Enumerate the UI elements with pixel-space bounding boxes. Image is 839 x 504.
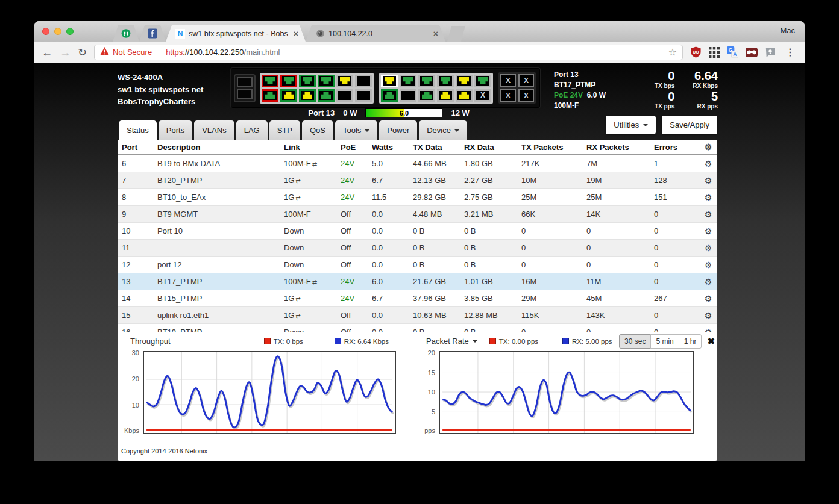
port-16[interactable] <box>400 89 416 102</box>
tab-close-icon[interactable]: × <box>292 29 300 39</box>
tab-stp[interactable]: STP <box>269 120 300 140</box>
bookmark-star-icon[interactable]: ☆ <box>668 46 677 58</box>
chrome-menu-icon[interactable]: ⋮ <box>783 46 797 58</box>
table-settings-gear-icon[interactable]: ⚙ <box>699 142 717 152</box>
port-aux-top[interactable] <box>237 77 253 87</box>
translate-extension-icon[interactable]: GA <box>727 46 738 58</box>
row-settings-gear-icon[interactable]: ⚙ <box>699 294 717 303</box>
back-icon[interactable]: ← <box>42 47 52 58</box>
tab-qos[interactable]: QoS <box>302 120 333 140</box>
poe-watts: 6.0 W <box>587 91 606 99</box>
port-sfp-2[interactable]: X <box>518 74 534 87</box>
port-23[interactable] <box>474 75 491 87</box>
port-8[interactable] <box>318 89 335 102</box>
table-row-port-8[interactable]: 8BT10_to_EAx1G⇄24V11.529.82 GB2.75 GB25M… <box>118 189 717 206</box>
pinned-tab-facebook[interactable] <box>139 25 166 42</box>
port-7[interactable] <box>318 75 335 87</box>
browser-tab-secondary[interactable]: 100.104.22.0 × <box>306 25 445 42</box>
apps-grid-icon[interactable] <box>709 47 720 58</box>
row-settings-gear-icon[interactable]: ⚙ <box>699 277 717 287</box>
table-row-port-13[interactable]: 13BT17_PTMP100M-F⇄24V6.021.67 GB1.01 GB1… <box>118 273 717 290</box>
tab-tools[interactable]: Tools <box>335 120 377 140</box>
new-tab-button[interactable] <box>447 26 465 42</box>
chart-close-icon[interactable]: ✖ <box>707 336 715 347</box>
table-row-port-10[interactable]: 10Port 10DownOff0.00 B0 B000⚙ <box>118 223 717 240</box>
port-19[interactable] <box>437 75 454 87</box>
cell-errors: 0 <box>654 328 699 332</box>
port-4[interactable] <box>280 89 297 102</box>
tab-vlans[interactable]: VLANs <box>194 120 234 140</box>
row-settings-gear-icon[interactable]: ⚙ <box>699 243 717 253</box>
port-13[interactable] <box>381 75 398 87</box>
address-bar[interactable]: Not Secure https://100.104.22.250/main.h… <box>94 45 683 60</box>
port-20[interactable] <box>437 89 454 102</box>
row-settings-gear-icon[interactable]: ⚙ <box>699 260 717 270</box>
reload-icon[interactable]: ↻ <box>78 47 87 58</box>
range-button-1-hr[interactable]: 1 hr <box>679 334 702 349</box>
tab-power[interactable]: Power <box>379 120 417 140</box>
tab-ports[interactable]: Ports <box>159 120 192 140</box>
save-apply-button[interactable]: Save/Apply <box>662 116 717 134</box>
port-2[interactable] <box>262 89 278 102</box>
port-22-connector <box>459 92 469 99</box>
port-6[interactable] <box>299 89 316 102</box>
port-14[interactable] <box>381 89 398 102</box>
port-1[interactable] <box>262 75 278 87</box>
url-divider <box>159 48 159 57</box>
tab-status[interactable]: Status <box>119 120 157 140</box>
port-15[interactable] <box>400 75 416 87</box>
cell-tx-data: 12.13 GB <box>413 176 464 185</box>
minimize-window-button[interactable] <box>54 28 61 35</box>
ublock-extension-icon[interactable]: UO <box>690 46 702 58</box>
row-settings-gear-icon[interactable]: ⚙ <box>699 226 717 236</box>
zoom-window-button[interactable] <box>66 28 74 35</box>
row-settings-gear-icon[interactable]: ⚙ <box>699 311 717 320</box>
range-button-5-min[interactable]: 5 min <box>650 334 679 349</box>
port-21[interactable] <box>456 75 473 87</box>
port-18[interactable] <box>418 89 435 102</box>
close-window-button[interactable] <box>42 28 49 35</box>
tab-device[interactable]: Device <box>419 120 467 140</box>
port-5[interactable] <box>299 75 316 87</box>
port-16-connector <box>403 92 413 99</box>
row-settings-gear-icon[interactable]: ⚙ <box>699 176 717 185</box>
port-9[interactable] <box>336 75 353 87</box>
port-24[interactable]: X <box>474 89 491 102</box>
port-10[interactable] <box>336 89 353 102</box>
range-button-30-sec[interactable]: 30 sec <box>619 334 651 349</box>
port-22[interactable] <box>456 89 473 102</box>
port-3[interactable] <box>280 75 297 87</box>
y-tick-label: 5 <box>432 408 435 415</box>
port-12[interactable] <box>355 89 372 102</box>
port-17[interactable] <box>418 75 435 87</box>
table-row-port-11[interactable]: 11DownOff0.00 B0 B000⚙ <box>118 240 717 257</box>
tab-lag[interactable]: LAG <box>236 120 268 140</box>
table-row-port-15[interactable]: 15uplink ro1.eth11G⇄Off0.010.63 MB12.88 … <box>118 307 717 324</box>
table-row-port-7[interactable]: 7BT20_PTMP1G⇄24V6.712.13 GB2.27 GB10M19M… <box>118 172 717 189</box>
forward-icon[interactable]: → <box>60 47 71 58</box>
row-settings-gear-icon[interactable]: ⚙ <box>699 193 717 202</box>
row-settings-gear-icon[interactable]: ⚙ <box>699 159 717 169</box>
row-settings-gear-icon[interactable]: ⚙ <box>699 328 717 333</box>
packet-rate-title[interactable]: Packet Rate <box>426 337 477 346</box>
row-settings-gear-icon[interactable]: ⚙ <box>699 210 717 219</box>
pinned-tab-hangouts[interactable] <box>113 25 139 42</box>
cell-rx-packets: 25M <box>586 193 654 202</box>
table-row-port-9[interactable]: 9BT9 MGMT100M-FOff0.04.48 MB3.21 MB66K14… <box>118 206 717 223</box>
table-row-port-6[interactable]: 6BT9 to BMx DATA100M-F⇄24V5.044.66 MB1.8… <box>118 155 717 172</box>
legend-tx: TX: 0 bps <box>264 338 303 345</box>
table-row-port-12[interactable]: 12port 12DownOff0.00 B0 B000⚙ <box>118 257 717 273</box>
port-sfp-3[interactable]: X <box>500 89 516 102</box>
table-row-port-16[interactable]: 16BT19_PTMPDownOff0.00 B0 B000⚙ <box>118 324 717 332</box>
port-sfp-1[interactable]: X <box>500 74 516 87</box>
port-11[interactable] <box>355 75 372 87</box>
port-aux-bottom[interactable] <box>237 89 253 99</box>
utilities-button[interactable]: Utilities <box>606 116 656 134</box>
privacy-mask-extension-icon[interactable] <box>746 48 758 57</box>
browser-tab-netonix[interactable]: N sw1 btx spitwspots net - Bobs × <box>166 25 306 42</box>
port-sfp-4[interactable]: X <box>518 89 534 102</box>
lightbulb-extension-icon[interactable] <box>765 47 776 58</box>
cell-port: 16 <box>118 328 157 332</box>
tab-close-icon[interactable]: × <box>432 29 439 39</box>
table-row-port-14[interactable]: 14BT15_PTMP1G⇄24V6.737.96 GB3.85 GB29M45… <box>118 290 717 307</box>
